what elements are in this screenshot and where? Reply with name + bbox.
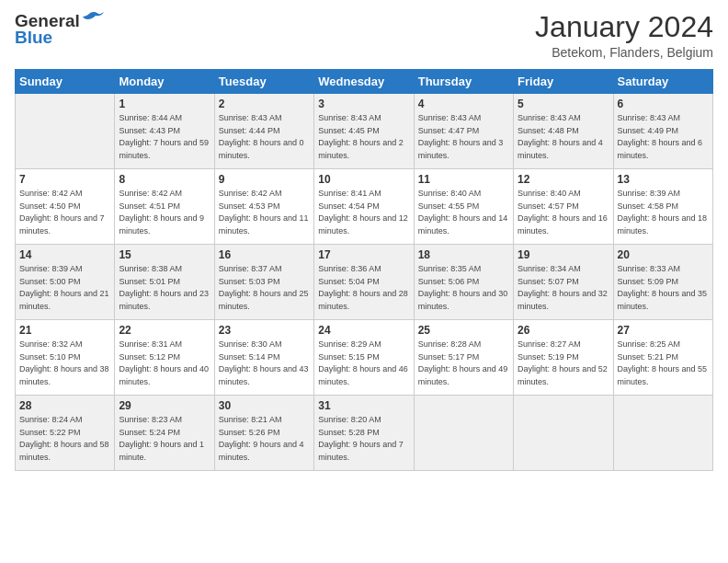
calendar-cell xyxy=(613,396,712,471)
calendar-cell: 27Sunrise: 8:25 AMSunset: 5:21 PMDayligh… xyxy=(613,320,712,396)
day-number: 3 xyxy=(318,98,409,110)
month-title: January 2024 xyxy=(535,11,713,43)
day-number: 26 xyxy=(518,324,609,337)
calendar-cell: 11Sunrise: 8:40 AMSunset: 4:55 PMDayligh… xyxy=(414,169,513,245)
day-info: Sunrise: 8:33 AMSunset: 5:09 PMDaylight:… xyxy=(618,264,708,311)
day-number: 11 xyxy=(418,173,509,186)
calendar-cell: 19Sunrise: 8:34 AMSunset: 5:07 PMDayligh… xyxy=(514,245,613,320)
day-info: Sunrise: 8:28 AMSunset: 5:17 PMDaylight:… xyxy=(418,339,508,386)
day-info: Sunrise: 8:30 AMSunset: 5:14 PMDaylight:… xyxy=(219,339,309,386)
header-wednesday: Wednesday xyxy=(314,70,414,94)
day-info: Sunrise: 8:29 AMSunset: 5:15 PMDaylight:… xyxy=(318,339,408,386)
page-container: General Blue January 2024 Betekom, Fland… xyxy=(0,0,728,480)
day-info: Sunrise: 8:37 AMSunset: 5:03 PMDaylight:… xyxy=(219,264,309,311)
day-number: 16 xyxy=(219,248,310,261)
calendar-cell: 17Sunrise: 8:36 AMSunset: 5:04 PMDayligh… xyxy=(314,245,414,320)
day-info: Sunrise: 8:34 AMSunset: 5:07 PMDaylight:… xyxy=(518,264,608,311)
day-number: 17 xyxy=(318,248,409,261)
day-number: 12 xyxy=(518,173,609,186)
day-number: 9 xyxy=(219,173,310,186)
day-info: Sunrise: 8:41 AMSunset: 4:54 PMDaylight:… xyxy=(318,189,408,236)
day-info: Sunrise: 8:32 AMSunset: 5:10 PMDaylight:… xyxy=(19,339,109,386)
day-info: Sunrise: 8:42 AMSunset: 4:50 PMDaylight:… xyxy=(19,189,105,236)
calendar-cell xyxy=(414,396,513,471)
calendar-cell: 24Sunrise: 8:29 AMSunset: 5:15 PMDayligh… xyxy=(314,320,414,396)
calendar-cell: 22Sunrise: 8:31 AMSunset: 5:12 PMDayligh… xyxy=(115,320,214,396)
header-monday: Monday xyxy=(115,70,214,94)
calendar-week-4: 21Sunrise: 8:32 AMSunset: 5:10 PMDayligh… xyxy=(16,320,713,396)
logo-blue: Blue xyxy=(15,28,52,48)
day-info: Sunrise: 8:43 AMSunset: 4:48 PMDaylight:… xyxy=(518,113,603,160)
day-info: Sunrise: 8:23 AMSunset: 5:24 PMDaylight:… xyxy=(119,415,204,462)
calendar-cell: 9Sunrise: 8:42 AMSunset: 4:53 PMDaylight… xyxy=(214,169,313,245)
day-number: 31 xyxy=(318,399,409,412)
calendar-cell: 20Sunrise: 8:33 AMSunset: 5:09 PMDayligh… xyxy=(613,245,712,320)
day-number: 5 xyxy=(518,98,609,110)
day-info: Sunrise: 8:44 AMSunset: 4:43 PMDaylight:… xyxy=(119,113,209,160)
day-info: Sunrise: 8:39 AMSunset: 5:00 PMDaylight:… xyxy=(19,264,109,311)
calendar-week-1: 1Sunrise: 8:44 AMSunset: 4:43 PMDaylight… xyxy=(16,94,713,169)
day-info: Sunrise: 8:40 AMSunset: 4:55 PMDaylight:… xyxy=(418,189,508,236)
calendar-cell: 5Sunrise: 8:43 AMSunset: 4:48 PMDaylight… xyxy=(514,94,613,169)
calendar-cell: 7Sunrise: 8:42 AMSunset: 4:50 PMDaylight… xyxy=(16,169,115,245)
calendar-cell: 4Sunrise: 8:43 AMSunset: 4:47 PMDaylight… xyxy=(414,94,513,169)
calendar-cell: 21Sunrise: 8:32 AMSunset: 5:10 PMDayligh… xyxy=(16,320,115,396)
day-number: 10 xyxy=(318,173,409,186)
day-number: 25 xyxy=(418,324,509,337)
day-number: 2 xyxy=(219,98,310,110)
day-number: 7 xyxy=(19,173,110,186)
logo-bird-icon xyxy=(82,10,106,30)
calendar-cell: 15Sunrise: 8:38 AMSunset: 5:01 PMDayligh… xyxy=(115,245,214,320)
day-number: 18 xyxy=(418,248,509,261)
day-number: 30 xyxy=(219,399,310,412)
calendar-week-2: 7Sunrise: 8:42 AMSunset: 4:50 PMDaylight… xyxy=(16,169,713,245)
header-saturday: Saturday xyxy=(613,70,712,94)
calendar-week-3: 14Sunrise: 8:39 AMSunset: 5:00 PMDayligh… xyxy=(16,245,713,320)
day-info: Sunrise: 8:39 AMSunset: 4:58 PMDaylight:… xyxy=(618,189,708,236)
calendar-cell: 3Sunrise: 8:43 AMSunset: 4:45 PMDaylight… xyxy=(314,94,414,169)
calendar-cell: 29Sunrise: 8:23 AMSunset: 5:24 PMDayligh… xyxy=(115,396,214,471)
header-thursday: Thursday xyxy=(414,70,513,94)
day-info: Sunrise: 8:35 AMSunset: 5:06 PMDaylight:… xyxy=(418,264,508,311)
day-number: 13 xyxy=(618,173,709,186)
calendar-cell: 12Sunrise: 8:40 AMSunset: 4:57 PMDayligh… xyxy=(514,169,613,245)
day-info: Sunrise: 8:43 AMSunset: 4:44 PMDaylight:… xyxy=(219,113,304,160)
day-number: 29 xyxy=(119,399,210,412)
calendar-cell: 2Sunrise: 8:43 AMSunset: 4:44 PMDaylight… xyxy=(214,94,313,169)
day-number: 22 xyxy=(119,324,210,337)
calendar-header-row: Sunday Monday Tuesday Wednesday Thursday… xyxy=(16,70,713,94)
day-number: 15 xyxy=(119,248,210,261)
day-info: Sunrise: 8:43 AMSunset: 4:47 PMDaylight:… xyxy=(418,113,504,160)
header-friday: Friday xyxy=(514,70,613,94)
day-info: Sunrise: 8:42 AMSunset: 4:53 PMDaylight:… xyxy=(219,189,309,236)
calendar-cell: 14Sunrise: 8:39 AMSunset: 5:00 PMDayligh… xyxy=(16,245,115,320)
calendar-cell: 26Sunrise: 8:27 AMSunset: 5:19 PMDayligh… xyxy=(514,320,613,396)
calendar-cell: 6Sunrise: 8:43 AMSunset: 4:49 PMDaylight… xyxy=(613,94,712,169)
day-number: 28 xyxy=(19,399,110,412)
calendar-cell: 18Sunrise: 8:35 AMSunset: 5:06 PMDayligh… xyxy=(414,245,513,320)
day-info: Sunrise: 8:21 AMSunset: 5:26 PMDaylight:… xyxy=(219,415,304,462)
calendar-cell: 8Sunrise: 8:42 AMSunset: 4:51 PMDaylight… xyxy=(115,169,214,245)
calendar-cell: 13Sunrise: 8:39 AMSunset: 4:58 PMDayligh… xyxy=(613,169,712,245)
calendar-cell: 1Sunrise: 8:44 AMSunset: 4:43 PMDaylight… xyxy=(115,94,214,169)
calendar-cell: 28Sunrise: 8:24 AMSunset: 5:22 PMDayligh… xyxy=(16,396,115,471)
day-number: 27 xyxy=(618,324,709,337)
day-info: Sunrise: 8:38 AMSunset: 5:01 PMDaylight:… xyxy=(119,264,209,311)
day-info: Sunrise: 8:25 AMSunset: 5:21 PMDaylight:… xyxy=(618,339,708,386)
calendar-table: Sunday Monday Tuesday Wednesday Thursday… xyxy=(15,69,713,471)
day-number: 20 xyxy=(618,248,709,261)
day-number: 14 xyxy=(19,248,110,261)
day-info: Sunrise: 8:20 AMSunset: 5:28 PMDaylight:… xyxy=(318,415,404,462)
day-info: Sunrise: 8:40 AMSunset: 4:57 PMDaylight:… xyxy=(518,189,608,236)
header-sunday: Sunday xyxy=(16,70,115,94)
day-number: 6 xyxy=(618,98,709,110)
day-info: Sunrise: 8:31 AMSunset: 5:12 PMDaylight:… xyxy=(119,339,209,386)
page-header: General Blue January 2024 Betekom, Fland… xyxy=(15,11,713,60)
calendar-cell xyxy=(16,94,115,169)
calendar-cell xyxy=(514,396,613,471)
calendar-cell: 31Sunrise: 8:20 AMSunset: 5:28 PMDayligh… xyxy=(314,396,414,471)
calendar-cell: 30Sunrise: 8:21 AMSunset: 5:26 PMDayligh… xyxy=(214,396,313,471)
logo: General Blue xyxy=(15,11,106,48)
day-info: Sunrise: 8:24 AMSunset: 5:22 PMDaylight:… xyxy=(19,415,109,462)
day-number: 8 xyxy=(119,173,210,186)
